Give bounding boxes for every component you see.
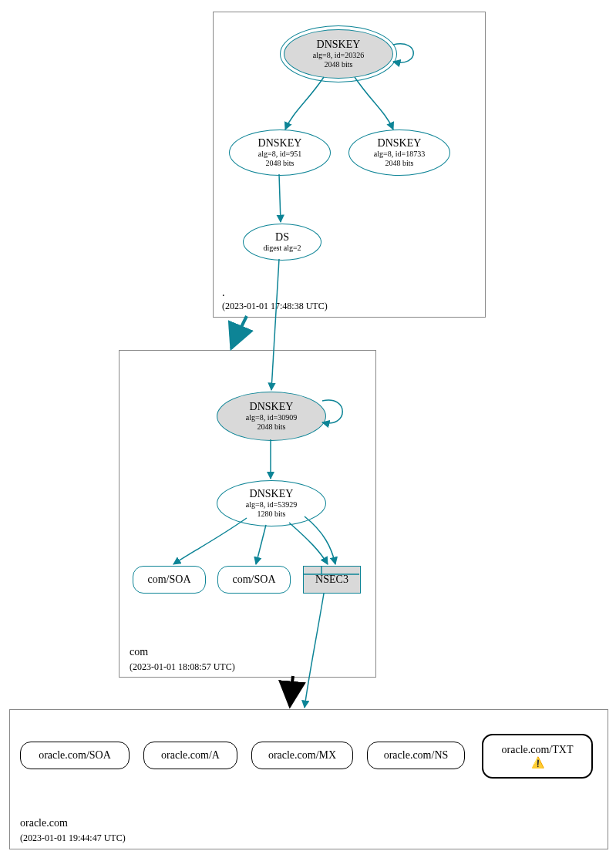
dnskey-bits: 2048 bits	[258, 422, 286, 432]
record-label: oracle.com/A	[161, 749, 220, 762]
dnskey-bits: 1280 bits	[258, 510, 286, 519]
dnskey-bits: 2048 bits	[385, 159, 414, 168]
record-label: com/SOA	[148, 574, 191, 586]
node-root-zsk-18733: DNSKEY alg=8, id=18733 2048 bits	[348, 130, 450, 176]
dnskey-title: DNSKEY	[250, 488, 294, 500]
node-oracle-ns: oracle.com/NS	[367, 742, 465, 769]
node-oracle-soa: oracle.com/SOA	[20, 742, 130, 769]
warning-icon: ⚠️	[531, 756, 544, 769]
zone-root-timestamp: (2023-01-01 17:48:38 UTC)	[222, 301, 328, 312]
record-label: oracle.com/MX	[268, 749, 336, 762]
zone-oracle-timestamp: (2023-01-01 19:44:47 UTC)	[20, 832, 126, 844]
dnskey-title: DNSKEY	[378, 137, 422, 150]
dnskey-bits: 2048 bits	[266, 159, 295, 168]
node-root-zsk-951: DNSKEY alg=8, id=951 2048 bits	[229, 130, 331, 176]
dnskey-title: DNSKEY	[317, 39, 361, 51]
ds-alg: digest alg=2	[263, 244, 301, 253]
zone-oracle	[9, 709, 608, 849]
record-label: oracle.com/TXT	[502, 744, 574, 756]
dnskey-alg: alg=8, id=20326	[313, 51, 364, 60]
dnskey-alg: alg=8, id=53929	[246, 500, 297, 510]
node-oracle-a: oracle.com/A	[143, 742, 237, 769]
ds-title: DS	[275, 231, 289, 244]
node-root-ksk: DNSKEY alg=8, id=20326 2048 bits	[284, 29, 393, 79]
zone-root-label: .	[222, 287, 225, 299]
node-root-ds: DS digest alg=2	[243, 224, 321, 261]
node-oracle-txt: oracle.com/TXT ⚠️	[482, 734, 593, 779]
record-label: NSEC3	[315, 574, 348, 586]
node-oracle-mx: oracle.com/MX	[251, 742, 353, 769]
dnskey-bits: 2048 bits	[325, 60, 353, 69]
record-label: com/SOA	[233, 574, 276, 586]
node-com-ksk: DNSKEY alg=8, id=30909 2048 bits	[217, 392, 326, 441]
dnskey-alg: alg=8, id=951	[258, 150, 301, 159]
node-com-soa-2: com/SOA	[217, 566, 291, 594]
dnskey-alg: alg=8, id=18733	[374, 150, 425, 159]
node-com-soa-1: com/SOA	[133, 566, 206, 594]
dnskey-title: DNSKEY	[258, 137, 302, 150]
node-com-nsec3: NSEC3	[303, 566, 361, 594]
record-label: oracle.com/SOA	[39, 749, 111, 762]
zone-oracle-label: oracle.com	[20, 817, 68, 829]
record-label: oracle.com/NS	[384, 749, 449, 762]
dnskey-title: DNSKEY	[250, 401, 294, 413]
zone-com-timestamp: (2023-01-01 18:08:57 UTC)	[130, 661, 235, 673]
dnskey-alg: alg=8, id=30909	[246, 413, 297, 422]
node-com-zsk: DNSKEY alg=8, id=53929 1280 bits	[217, 480, 326, 526]
zone-com-label: com	[130, 646, 148, 658]
